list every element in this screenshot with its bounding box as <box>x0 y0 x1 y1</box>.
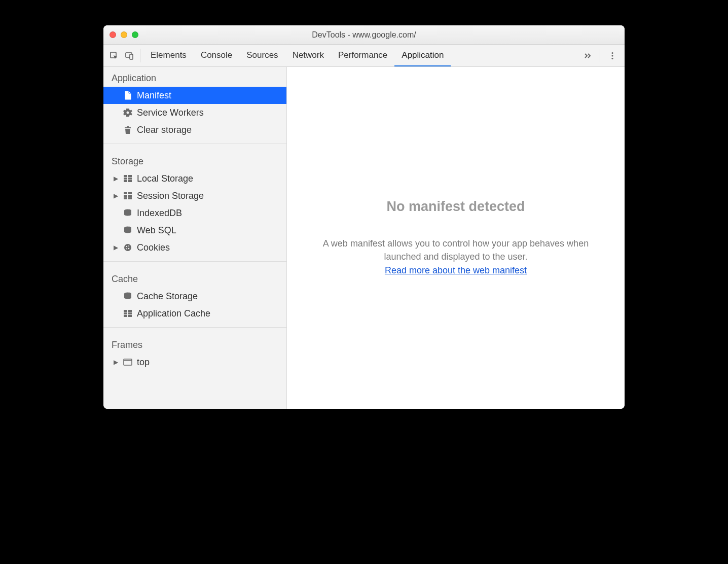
sidebar-item-label: Cache Storage <box>137 291 198 302</box>
file-icon <box>123 91 133 100</box>
toolbar-separator <box>600 49 600 62</box>
tab-console[interactable]: Console <box>194 45 239 66</box>
svg-point-5 <box>611 57 613 59</box>
section-title-application: Application <box>103 67 286 87</box>
sidebar-item-label: Session Storage <box>137 191 204 201</box>
svg-rect-7 <box>128 175 132 177</box>
sidebar-item-websql[interactable]: Web SQL <box>103 222 286 239</box>
grid-icon <box>123 310 133 317</box>
section-title-frames: Frames <box>103 333 286 354</box>
cookie-icon <box>123 243 133 252</box>
panel-content: Application Manifest Service Workers <box>103 67 625 409</box>
tab-performance[interactable]: Performance <box>331 45 394 66</box>
database-icon <box>123 209 133 217</box>
sidebar-item-clear-storage[interactable]: Clear storage <box>103 121 286 138</box>
sidebar-item-top-frame[interactable]: ▶ top <box>103 354 286 371</box>
sidebar-item-label: Web SQL <box>137 225 176 236</box>
panel-tabs: Elements Console Sources Network Perform… <box>143 45 578 66</box>
svg-rect-17 <box>128 197 132 199</box>
sidebar-item-label: top <box>137 357 150 368</box>
tab-network[interactable]: Network <box>285 45 331 66</box>
svg-rect-9 <box>128 178 132 180</box>
devtools-toolbar: Elements Console Sources Network Perform… <box>103 45 625 67</box>
tabs-overflow-button[interactable] <box>578 45 597 66</box>
tab-elements[interactable]: Elements <box>143 45 194 66</box>
grid-icon <box>123 175 133 182</box>
svg-rect-15 <box>128 195 132 197</box>
sidebar-separator <box>103 261 286 262</box>
sidebar-item-label: Cookies <box>137 242 170 253</box>
sidebar-item-label: IndexedDB <box>137 208 182 219</box>
window-controls <box>110 31 138 38</box>
expand-icon[interactable]: ▶ <box>113 175 119 182</box>
sidebar-item-session-storage[interactable]: ▶ Session Storage <box>103 187 286 204</box>
toolbar-separator <box>140 49 140 62</box>
svg-rect-8 <box>124 178 127 180</box>
svg-rect-11 <box>128 180 132 182</box>
devtools-window: DevTools - www.google.com/ Elements Cons… <box>103 25 625 409</box>
svg-rect-27 <box>128 310 132 312</box>
section-title-storage: Storage <box>103 149 286 170</box>
minimize-window-button[interactable] <box>121 31 127 38</box>
gear-icon <box>123 108 133 117</box>
frame-icon <box>123 359 133 366</box>
close-window-button[interactable] <box>110 31 116 38</box>
svg-rect-16 <box>124 197 127 199</box>
sidebar-item-label: Local Storage <box>137 173 193 184</box>
svg-rect-29 <box>128 312 132 314</box>
sidebar-item-local-storage[interactable]: ▶ Local Storage <box>103 170 286 187</box>
sidebar-separator <box>103 144 286 144</box>
sidebar-item-label: Service Workers <box>137 108 204 118</box>
svg-rect-32 <box>124 359 132 365</box>
tab-application[interactable]: Application <box>394 45 451 66</box>
database-icon <box>123 292 133 300</box>
svg-rect-26 <box>124 310 127 312</box>
sidebar-item-indexeddb[interactable]: IndexedDB <box>103 204 286 222</box>
svg-point-3 <box>611 52 613 53</box>
inspect-element-button[interactable] <box>106 45 122 66</box>
svg-point-21 <box>126 246 127 247</box>
svg-rect-28 <box>124 312 127 314</box>
manifest-panel: No manifest detected A web manifest allo… <box>287 67 625 409</box>
svg-rect-12 <box>124 192 127 194</box>
sidebar-separator <box>103 327 286 328</box>
svg-rect-2 <box>130 54 133 59</box>
trash-icon <box>123 125 133 134</box>
titlebar: DevTools - www.google.com/ <box>103 25 625 45</box>
svg-point-24 <box>126 249 127 250</box>
read-more-link[interactable]: Read more about the web manifest <box>385 265 527 275</box>
expand-icon[interactable]: ▶ <box>113 244 119 251</box>
svg-rect-13 <box>128 192 132 194</box>
svg-point-23 <box>128 248 130 250</box>
svg-rect-10 <box>124 180 127 182</box>
devtools-menu-button[interactable] <box>603 45 622 66</box>
svg-point-4 <box>611 55 613 56</box>
tab-sources[interactable]: Sources <box>239 45 285 66</box>
sidebar-item-application-cache[interactable]: Application Cache <box>103 305 286 322</box>
svg-point-20 <box>124 244 131 251</box>
grid-icon <box>123 192 133 199</box>
expand-icon[interactable]: ▶ <box>113 192 119 199</box>
section-title-cache: Cache <box>103 267 286 288</box>
svg-rect-6 <box>124 175 127 177</box>
svg-point-22 <box>128 245 129 246</box>
svg-rect-14 <box>124 195 127 197</box>
expand-icon[interactable]: ▶ <box>113 359 119 366</box>
sidebar-item-service-workers[interactable]: Service Workers <box>103 104 286 121</box>
sidebar-item-label: Manifest <box>137 90 171 101</box>
sidebar-item-cookies[interactable]: ▶ Cookies <box>103 239 286 256</box>
zoom-window-button[interactable] <box>132 31 138 38</box>
svg-rect-31 <box>128 315 132 317</box>
svg-rect-30 <box>124 315 127 317</box>
sidebar-item-manifest[interactable]: Manifest <box>103 87 286 104</box>
sidebar-item-label: Clear storage <box>137 125 192 135</box>
sidebar-item-label: Application Cache <box>137 308 210 319</box>
device-toolbar-button[interactable] <box>122 45 137 66</box>
empty-state-heading: No manifest detected <box>386 199 525 215</box>
sidebar-item-cache-storage[interactable]: Cache Storage <box>103 288 286 305</box>
application-sidebar: Application Manifest Service Workers <box>103 67 287 409</box>
window-title: DevTools - www.google.com/ <box>103 30 625 40</box>
database-icon <box>123 226 133 234</box>
empty-state-body: A web manifest allows you to control how… <box>323 238 589 262</box>
